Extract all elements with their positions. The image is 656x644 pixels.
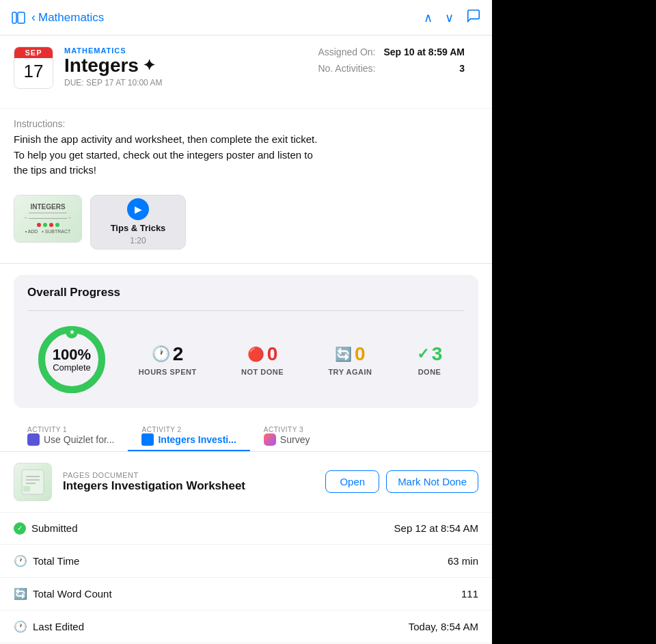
- word-count-label: Total Word Count: [33, 588, 112, 600]
- survey-tab-icon: [264, 433, 276, 446]
- stat-hours-spent: 🕐 2 HOURS SPENT: [139, 343, 197, 376]
- due-date: DUE: SEP 17 AT 10:00 AM: [64, 78, 290, 88]
- star-badge: ★: [66, 326, 78, 338]
- assignment-header: SEP 17 MATHEMATICS Integers ✦ DUE: SEP 1…: [0, 36, 492, 109]
- document-card: PAGES DOCUMENT Integers Investigation Wo…: [0, 452, 492, 513]
- word-count-row: 🔄 Total Word Count 111: [0, 578, 492, 611]
- submitted-date: Sep 12 at 8:54 AM: [394, 522, 478, 534]
- activity-tabs: ACTIVITY 1 Use Quizlet for... ACTIVITY 2…: [0, 419, 492, 452]
- total-time-value: 63 min: [448, 555, 478, 567]
- sidebar-toggle-button[interactable]: [11, 10, 26, 25]
- word-count-icon: 🔄: [14, 587, 27, 600]
- tab-3-name: Survey: [280, 434, 310, 445]
- last-edited-clock-icon: 🕐: [14, 620, 27, 633]
- no-activities-row: No. Activities: 3: [304, 63, 478, 74]
- assigned-on-label: Assigned On:: [318, 46, 375, 57]
- no-activities-value: 3: [459, 63, 465, 74]
- last-edited-label: Last Edited: [33, 621, 84, 632]
- stat-items: 🕐 2 HOURS SPENT 🔴 0 NOT DONE 🔄: [116, 343, 465, 376]
- subject-label: MATHEMATICS: [64, 46, 290, 55]
- done-icon: ✓: [417, 345, 429, 363]
- back-chevron-icon: ‹: [31, 10, 36, 25]
- clock-stat-icon: 🕐: [152, 345, 170, 363]
- nav-left: ‹ Mathematics: [11, 10, 104, 25]
- submitted-row: ✓ Submitted Sep 12 at 8:54 AM: [0, 513, 492, 545]
- tab-activity-3[interactable]: ACTIVITY 3 Survey: [250, 419, 346, 451]
- not-done-value: 0: [267, 343, 278, 365]
- document-info: PAGES DOCUMENT Integers Investigation Wo…: [63, 471, 314, 493]
- tab-activity-2[interactable]: ACTIVITY 2 Integers Investi...: [128, 419, 249, 451]
- calendar-icon: SEP 17: [14, 46, 53, 89]
- stat-done: ✓ 3 DONE: [417, 343, 443, 376]
- assignment-meta: Assigned On: Sep 10 at 8:59 AM No. Activ…: [304, 36, 492, 74]
- tab-3-num: ACTIVITY 3: [264, 426, 332, 433]
- poster-attachment[interactable]: INTEGERS ←————————→ • ADD • SUBTRACT: [14, 195, 82, 243]
- assignment-left: SEP 17 MATHEMATICS Integers ✦ DUE: SEP 1…: [0, 36, 304, 100]
- progress-divider: [27, 310, 465, 311]
- progress-stats: ★ 100% Complete 🕐 2: [27, 322, 465, 397]
- document-type: PAGES DOCUMENT: [63, 471, 314, 479]
- assignment-title: Integers ✦: [64, 55, 290, 77]
- sparkle-icon: ✦: [143, 57, 155, 75]
- total-time-label: Total Time: [33, 555, 79, 567]
- video-title: Tips & Tricks: [111, 223, 166, 233]
- chevron-up-icon[interactable]: ∧: [424, 10, 433, 25]
- try-again-value: 0: [355, 343, 366, 365]
- pages-tab-icon: [141, 433, 154, 446]
- progress-label: Complete: [53, 362, 91, 372]
- svg-rect-1: [18, 12, 25, 23]
- tab-2-num: ACTIVITY 2: [141, 426, 236, 433]
- progress-title: Overall Progress: [27, 286, 465, 299]
- play-icon: ▶: [127, 198, 149, 220]
- submitted-label: Submitted: [31, 522, 78, 534]
- nav-right: ∧ ∨: [424, 8, 481, 27]
- attachments-section: INTEGERS ←————————→ • ADD • SUBTRACT ▶ T…: [0, 189, 492, 264]
- last-edited-row: 🕐 Last Edited Today, 8:54 AM: [0, 611, 492, 643]
- word-count-value: 111: [461, 588, 478, 600]
- total-time-row: 🕐 Total Time 63 min: [0, 545, 492, 578]
- no-activities-label: No. Activities:: [318, 63, 375, 74]
- stat-try-again: 🔄 0 TRY AGAIN: [328, 343, 372, 376]
- video-attachment[interactable]: ▶ Tips & Tricks 1:20: [90, 195, 186, 250]
- assigned-on-value: Sep 10 at 8:59 AM: [383, 46, 465, 57]
- progress-circle: ★ 100% Complete: [27, 322, 116, 397]
- tab-activity-1[interactable]: ACTIVITY 1 Use Quizlet for...: [14, 419, 128, 451]
- back-button[interactable]: ‹ Mathematics: [31, 10, 104, 25]
- done-label: DONE: [418, 368, 441, 376]
- chevron-down-icon[interactable]: ∨: [445, 10, 454, 25]
- submitted-dot-icon: ✓: [14, 522, 26, 535]
- instructions-label: Instructions:: [14, 118, 478, 129]
- assignment-info-row: SEP 17 MATHEMATICS Integers ✦ DUE: SEP 1…: [0, 36, 304, 100]
- not-done-label: NOT DONE: [241, 368, 284, 376]
- overall-progress-section: Overall Progress ★ 100% Complete: [14, 275, 478, 408]
- stat-not-done: 🔴 0 NOT DONE: [241, 343, 284, 376]
- quizlet-tab-icon: [27, 433, 40, 446]
- assignment-details: MATHEMATICS Integers ✦ DUE: SEP 17 AT 10…: [64, 46, 290, 89]
- document-actions: Open Mark Not Done: [325, 470, 478, 493]
- instructions-section: Instructions: Finish the app activity an…: [0, 109, 492, 189]
- document-name: Integers Investigation Worksheet: [63, 479, 314, 493]
- done-value: 3: [432, 343, 443, 365]
- last-edited-value: Today, 8:54 AM: [409, 621, 478, 632]
- document-thumbnail: [14, 463, 52, 501]
- hours-spent-value: 2: [173, 343, 184, 365]
- top-navigation: ‹ Mathematics ∧ ∨: [0, 0, 492, 36]
- assigned-on-row: Assigned On: Sep 10 at 8:59 AM: [304, 46, 478, 57]
- total-time-clock-icon: 🕐: [14, 554, 27, 567]
- try-again-icon: 🔄: [335, 346, 352, 362]
- tab-1-name: Use Quizlet for...: [44, 434, 114, 445]
- comment-icon[interactable]: [466, 8, 481, 27]
- instructions-text: Finish the app activity and worksheet, t…: [14, 132, 478, 178]
- try-again-label: TRY AGAIN: [328, 368, 372, 376]
- back-label: Mathematics: [38, 11, 104, 25]
- mark-not-done-button[interactable]: Mark Not Done: [386, 470, 478, 493]
- svg-rect-0: [12, 12, 16, 23]
- not-done-icon: 🔴: [247, 346, 264, 362]
- calendar-month: SEP: [14, 47, 53, 58]
- svg-rect-8: [23, 486, 30, 492]
- tab-2-name: Integers Investi...: [158, 434, 236, 445]
- tab-1-num: ACTIVITY 1: [27, 426, 114, 433]
- open-button[interactable]: Open: [325, 470, 379, 493]
- hours-spent-label: HOURS SPENT: [139, 368, 197, 376]
- calendar-day: 17: [14, 58, 53, 85]
